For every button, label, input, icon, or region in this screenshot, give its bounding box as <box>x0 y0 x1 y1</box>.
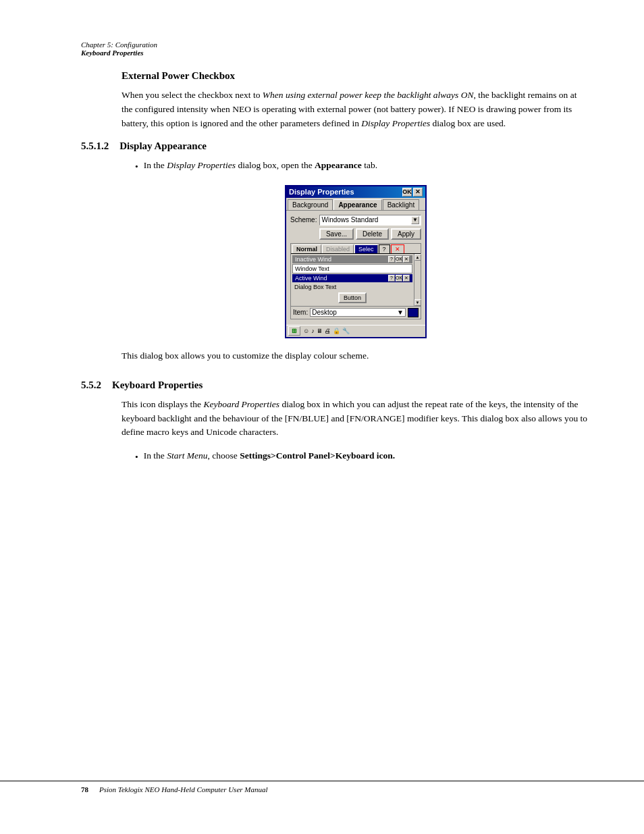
external-power-body: When you select the checkbox next to Whe… <box>122 88 590 131</box>
chapter-line2: Keyboard Properties <box>81 49 590 57</box>
active-window-bar: Active Wind ? OK ✕ <box>292 274 412 282</box>
inactive-window-text: Inactive Wind <box>295 256 331 263</box>
inactive-q-btn[interactable]: ? <box>388 256 395 263</box>
inactive-btns: ? OK ✕ <box>388 256 410 263</box>
taskbar-icon-3: 🖥 <box>317 328 323 334</box>
tab-appearance[interactable]: Appearance <box>333 199 381 210</box>
bullet-keyboard: • In the Start Menu, choose Settings>Con… <box>135 449 590 465</box>
item-dropdown[interactable]: Desktop ▼ <box>310 308 406 317</box>
page-footer: 78 Psion Teklogix NEO Hand-Held Computer… <box>0 781 644 793</box>
scheme-label: Scheme: <box>290 216 317 224</box>
dialog-tabs: Background Appearance Backlight <box>286 198 425 211</box>
section-552: 5.5.2 Keyboard Properties This icon disp… <box>81 380 590 465</box>
scheme-row: Scheme: Windows Standard ▼ <box>290 215 421 226</box>
inactive-window-bar: Inactive Wind ? OK ✕ <box>292 255 412 263</box>
preview-tab-normal[interactable]: Normal <box>292 244 321 253</box>
dialog-titlebar: Display Properties OK ✕ <box>286 186 425 198</box>
item-value: Desktop <box>312 309 337 316</box>
bullet-text-keyboard: In the Start Menu, choose Settings>Contr… <box>144 449 396 465</box>
preview-tab-selected[interactable]: Selec <box>354 244 378 253</box>
subsection-552: 5.5.2 Keyboard Properties <box>81 380 590 391</box>
taskbar-icon-6: 🔧 <box>342 328 350 334</box>
active-win-btns: ? OK ✕ <box>388 275 410 282</box>
close-title-btn[interactable]: ✕ <box>413 188 423 197</box>
inactive-x-btn[interactable]: ✕ <box>403 256 410 263</box>
taskbar-start-button[interactable]: ⊞ <box>288 326 300 336</box>
dialog-content: Scheme: Windows Standard ▼ Save... Delet… <box>286 211 425 325</box>
taskbar-icon-4: 🖨 <box>325 328 331 334</box>
window-text: Window Text <box>295 265 329 272</box>
dialog-caption: This dialog box allows you to customize … <box>122 349 590 363</box>
keyboard-properties-body: This icon displays the Keyboard Properti… <box>122 398 590 440</box>
dialog-buttons-row: Save... Delete Apply <box>290 228 421 240</box>
dialog-title-buttons: OK ✕ <box>402 188 423 197</box>
preview-inner: Inactive Wind ? OK ✕ Window Text Active <box>291 254 421 306</box>
tab-background[interactable]: Background <box>288 199 333 210</box>
preview-button[interactable]: Button <box>338 292 367 303</box>
external-power-heading: External Power Checkbox <box>122 70 590 82</box>
preview-button-row: Button <box>292 292 412 303</box>
inactive-ok-btn[interactable]: OK <box>396 256 402 263</box>
bullet-dot: • <box>135 160 138 174</box>
item-color-box[interactable] <box>408 308 419 317</box>
preview-tab-disabled[interactable]: Disabled <box>322 244 354 253</box>
subsection-num-552: 5.5.2 <box>81 380 101 391</box>
scrollbar-vertical[interactable]: ▲ ▼ <box>414 254 421 306</box>
item-label: Item: <box>293 309 308 316</box>
appearance-preview: Normal Disabled Selec ? ✕ Inactive Wind … <box>290 243 421 319</box>
dialog-title-text: Display Properties <box>289 188 354 196</box>
tab-backlight[interactable]: Backlight <box>383 199 420 210</box>
dialog-taskbar: ⊞ ☺ ♪ 🖥 🖨 🔒 🔧 <box>286 325 425 337</box>
save-button[interactable]: Save... <box>319 228 354 240</box>
scheme-value: Windows Standard <box>321 216 378 224</box>
subsection-title-5512: Display Appearance <box>119 140 207 152</box>
active-window-text: Active Wind <box>295 275 327 282</box>
subsection-title-552: Keyboard Properties <box>112 380 203 391</box>
item-dropdown-arrow[interactable]: ▼ <box>397 309 404 316</box>
taskbar-icons: ☺ ♪ 🖥 🖨 🔒 🔧 <box>303 328 350 334</box>
bullet-dot-2: • <box>135 450 138 465</box>
taskbar-icon-2: ♪ <box>311 328 315 334</box>
scheme-dropdown[interactable]: Windows Standard ▼ <box>319 215 421 226</box>
footer-page-number: 78 <box>81 785 88 793</box>
chapter-line1: Chapter 5: Configuration <box>81 41 590 49</box>
active-ok-btn[interactable]: OK <box>396 275 402 282</box>
item-row: Item: Desktop ▼ <box>291 306 421 319</box>
apply-button[interactable]: Apply <box>391 228 421 240</box>
subsection-5512: 5.5.1.2 Display Appearance <box>81 140 590 152</box>
taskbar-icon-1: ☺ <box>303 328 309 334</box>
taskbar-icon-5: 🔒 <box>333 328 340 334</box>
ok-title-btn[interactable]: OK <box>402 188 412 197</box>
footer-text: Psion Teklogix NEO Hand-Held Computer Us… <box>99 785 268 793</box>
start-icon: ⊞ <box>292 328 297 334</box>
scroll-up-arrow[interactable]: ▲ <box>414 254 421 261</box>
preview-tabs-row: Normal Disabled Selec ? ✕ <box>291 244 421 254</box>
dialog-box-text-label: Dialog Box Text <box>292 283 412 291</box>
active-q-btn[interactable]: ? <box>388 275 395 282</box>
active-x-btn[interactable]: ✕ <box>403 275 410 282</box>
dialog-container: Display Properties OK ✕ Background Appea… <box>122 185 590 338</box>
scroll-down-arrow[interactable]: ▼ <box>414 299 421 306</box>
display-properties-dialog: Display Properties OK ✕ Background Appea… <box>285 185 427 338</box>
chapter-header: Chapter 5: Configuration Keyboard Proper… <box>81 41 590 57</box>
subsection-num-5512: 5.5.1.2 <box>81 140 109 152</box>
bullet-appearance: • In the Display Properties dialog box, … <box>135 159 590 174</box>
scheme-dropdown-arrow[interactable]: ▼ <box>411 216 419 224</box>
window-text-row: Window Text <box>292 264 412 273</box>
preview-tab-close[interactable]: ✕ <box>391 244 404 253</box>
delete-button[interactable]: Delete <box>356 228 389 240</box>
bullet-text-appearance: In the Display Properties dialog box, op… <box>144 159 377 174</box>
preview-tab-question[interactable]: ? <box>379 244 390 253</box>
